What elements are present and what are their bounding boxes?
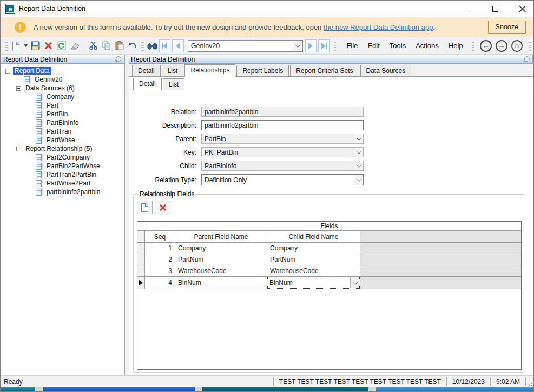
tree-node-report-relationship[interactable]: Report Relationship (5) — [2, 144, 123, 153]
resize-grip[interactable] — [526, 376, 533, 387]
column-header-parent-field[interactable]: Parent Field Name — [175, 231, 267, 242]
tab-list[interactable]: List — [162, 65, 184, 76]
search-button[interactable] — [146, 39, 159, 52]
cell-child-field[interactable]: PartNum — [267, 254, 360, 265]
tab-data-sources[interactable]: Data Sources — [360, 65, 412, 76]
tab-report-criteria-sets[interactable]: Report Criteria Sets — [290, 65, 359, 76]
grid-row: 1 Company Company — [137, 243, 521, 254]
menu-file[interactable]: File — [341, 39, 362, 52]
cell-child-field[interactable]: Company — [267, 243, 360, 254]
parent-label: Parent: — [129, 135, 196, 143]
cell-parent-field[interactable]: WarehouseCode — [175, 265, 267, 276]
tree-node-partbininfo2partbin[interactable]: partbininfo2partbin — [2, 188, 123, 196]
home-button[interactable]: ⌂ — [511, 40, 523, 52]
close-button[interactable] — [515, 2, 529, 15]
collapse-icon[interactable] — [5, 69, 10, 74]
child-field-cell-combo[interactable]: BinNum — [267, 277, 360, 289]
tab-detail[interactable]: Detail — [132, 65, 161, 76]
new-app-link[interactable]: the new Report Data Definition app — [324, 23, 433, 31]
dropdown-icon[interactable] — [354, 161, 363, 170]
tree-node-data-sources[interactable]: Data Sources (6) — [2, 84, 123, 92]
dropdown-icon[interactable] — [350, 277, 359, 288]
detail-panel-title: Report Data Definition — [131, 56, 523, 63]
cell-seq[interactable]: 2 — [145, 254, 175, 265]
tree-node-report-data[interactable]: Report Data — [2, 67, 123, 75]
menu-edit[interactable]: Edit — [362, 39, 384, 52]
cell-seq[interactable]: 4 — [145, 277, 175, 289]
panel-splitter[interactable] — [125, 55, 129, 375]
toolbar-grip[interactable] — [472, 41, 475, 51]
next-record-button[interactable] — [305, 39, 317, 52]
menu-tools[interactable]: Tools — [385, 39, 411, 52]
description-field[interactable]: partbininfo2partbin — [201, 120, 364, 130]
menu-help[interactable]: Help — [444, 39, 468, 52]
key-combo[interactable]: PK_PartBin — [201, 147, 364, 157]
relation-type-combo[interactable]: Definition Only — [201, 174, 364, 185]
record-combo-dropdown-icon[interactable] — [293, 41, 302, 51]
forward-button[interactable]: → — [496, 40, 507, 52]
clear-button[interactable] — [68, 39, 81, 52]
dropdown-icon[interactable] — [354, 134, 363, 143]
menu-actions[interactable]: Actions — [411, 39, 444, 52]
dropdown-icon[interactable] — [354, 148, 363, 157]
new-button[interactable] — [10, 39, 23, 52]
delete-icon — [159, 204, 167, 211]
save-button[interactable] — [29, 39, 42, 52]
tree-node-company[interactable]: Company — [2, 92, 123, 101]
parent-combo[interactable]: PartBin — [201, 134, 364, 144]
cell-parent-field[interactable]: PartNum — [175, 254, 267, 265]
delete-button[interactable] — [42, 39, 55, 52]
binoculars-icon — [147, 42, 157, 50]
cut-button[interactable] — [87, 39, 100, 52]
subtab-detail[interactable]: Detail — [133, 78, 162, 90]
refresh-button[interactable] — [55, 39, 68, 52]
dropdown-icon[interactable] — [354, 175, 363, 185]
toolbar-grip[interactable] — [334, 41, 337, 51]
toolbar-grip[interactable] — [5, 41, 8, 51]
delete-field-row-button[interactable] — [155, 201, 170, 214]
tree-node-partbin2partwhse[interactable]: PartBin2PartWhse — [2, 162, 123, 170]
tree-node-part2company[interactable]: Part2Company — [2, 153, 123, 162]
cell-seq[interactable]: 3 — [145, 265, 175, 276]
cell-parent-field[interactable]: Company — [175, 243, 267, 254]
column-header-seq[interactable]: Seq — [145, 231, 175, 242]
tree-node-partbininfo[interactable]: PartBinInfo — [2, 118, 123, 127]
relation-icon — [36, 171, 42, 178]
previous-record-button[interactable] — [172, 39, 184, 52]
tree-node-geninv20[interactable]: Geninv20 — [2, 75, 123, 84]
undo-button[interactable] — [126, 39, 139, 52]
tab-relationships[interactable]: Relationships — [184, 64, 235, 77]
paste-button[interactable] — [113, 39, 126, 52]
cell-seq[interactable]: 1 — [145, 243, 175, 254]
tree-node-parttran[interactable]: PartTran — [2, 127, 123, 136]
subtab-list[interactable]: List — [163, 78, 185, 90]
tab-report-labels[interactable]: Report Labels — [236, 65, 289, 76]
tree-node-partbin[interactable]: PartBin — [2, 110, 123, 118]
first-record-button[interactable] — [159, 39, 171, 52]
tree-node-part[interactable]: Part — [2, 101, 123, 110]
maximize-button[interactable] — [488, 2, 502, 15]
last-record-button[interactable] — [318, 39, 330, 52]
minimize-button[interactable] — [461, 2, 475, 15]
tree-panel-header: Report Data Definition — [1, 55, 124, 64]
cell-parent-field[interactable]: BinNum — [175, 277, 267, 289]
record-combo[interactable]: Geninv20 — [188, 40, 303, 52]
child-combo[interactable]: PartBinInfo — [201, 161, 364, 171]
collapse-icon[interactable] — [16, 86, 21, 91]
collapse-icon[interactable] — [16, 147, 21, 151]
add-field-row-button[interactable] — [137, 201, 153, 214]
cell-child-field-editing[interactable]: BinNum — [267, 277, 360, 289]
copy-button[interactable] — [100, 39, 113, 52]
panel-search-icon[interactable] — [523, 56, 530, 63]
snooze-button[interactable]: Snooze — [488, 21, 526, 34]
toolbar-grip[interactable] — [141, 41, 144, 51]
new-dropdown-button[interactable] — [23, 39, 29, 52]
column-header-child-field[interactable]: Child Field Name — [267, 231, 360, 242]
panel-search-icon[interactable] — [115, 56, 122, 63]
tree-node-partwhse[interactable]: PartWhse — [2, 136, 123, 144]
cell-child-field[interactable]: WarehouseCode — [267, 265, 360, 276]
tree-node-partwhse2part[interactable]: PartWhse2Part — [2, 179, 123, 188]
toolbar-grip[interactable] — [529, 41, 531, 51]
back-button[interactable]: ← — [480, 40, 492, 52]
tree-node-parttran2partbin[interactable]: PartTran2PartBin — [2, 170, 123, 179]
